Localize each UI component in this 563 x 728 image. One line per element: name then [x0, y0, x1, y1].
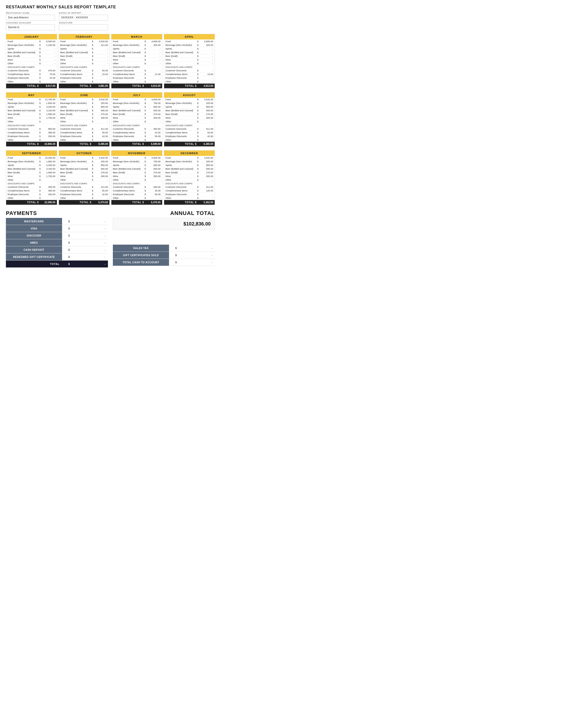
payment-row: MASTERCARD $ -	[6, 218, 108, 225]
month-block-may: MAYFood$12,755.00Beverage (Non-Alcoholic…	[6, 92, 57, 147]
month-row-food: Food$4,600.00	[164, 39, 215, 43]
month-row-beverage: Beverage (Non-Alcoholic)$325.00	[164, 160, 215, 163]
month-row-other_discounts: Other$-	[111, 80, 162, 84]
annual-value: $102,836.00	[113, 218, 215, 230]
summary-dollar: $	[169, 245, 179, 252]
summary-dollar: $	[169, 251, 179, 259]
payments-total-row: TOTAL $ -	[6, 260, 108, 267]
month-total-row: TOTAL$6,376.00	[111, 200, 162, 205]
summary-row: GIFT CERTIFICATES SOLD $ -	[113, 251, 215, 259]
month-row-other_discounts: Other$-	[59, 138, 110, 142]
month-header-october: OCTOBER	[59, 151, 110, 156]
month-row-beverage: Beverage (Non-Alcoholic)$1,850.00	[6, 160, 57, 163]
month-row-beer_bottled: Beer (Bottled and Canned)$500.00	[111, 167, 162, 171]
month-row-beer_draft: Beer (Draft)$-	[59, 54, 110, 58]
month-row-spirits: Spirits$850.00	[164, 163, 215, 167]
month-row-wine: Wine$1,750.00	[6, 116, 57, 120]
month-row-wine: Wine$300.00	[59, 174, 110, 178]
month-row-spirits: Spirits$-	[6, 47, 57, 50]
month-row-employee_discounts: Employee Discounts$42.00	[59, 134, 110, 138]
month-row-beer_bottled: Beer (Bottled and Canned)$500.00	[164, 167, 215, 171]
summary-dollar: $	[169, 259, 179, 266]
discounts-header: DISCOUNTS AND COMPS	[6, 65, 57, 69]
summary-value: -	[179, 251, 215, 259]
month-header-december: DECEMBER	[164, 151, 215, 156]
month-header-september: SEPTEMBER	[6, 151, 57, 156]
month-row-beer_bottled: Beer (Bottled and Canned)$-	[6, 50, 57, 54]
month-row-wine: Wine$-	[164, 58, 215, 62]
month-row-other_discounts: Other$-	[164, 138, 215, 142]
month-row-food: Food$3,520.00	[59, 39, 110, 43]
month-row-complimentary: Complimentary Items$75.00	[6, 73, 57, 76]
month-block-april: APRILFood$4,600.00Beverage (Non-Alcoholi…	[164, 34, 215, 89]
month-row-beverage: Beverage (Non-Alcoholic)$1,100.00	[6, 43, 57, 47]
payments-table: MASTERCARD $ - VISA $ - DISCOVER $ - AME…	[6, 218, 108, 268]
discounts-header: DISCOUNTS AND COMPS	[164, 65, 215, 69]
month-row-beer_bottled: Beer (Bottled and Canned)$-	[111, 50, 162, 54]
payment-value: -	[72, 239, 108, 246]
month-total-row: TOTAL$5,362.00	[164, 200, 215, 205]
month-row-wine: Wine$1,750.00	[6, 174, 57, 178]
month-total-row: TOTAL$8,385.00	[59, 142, 110, 147]
month-row-other: Other$-	[59, 178, 110, 182]
discounts-header: DISCOUNTS AND COMPS	[59, 65, 110, 69]
month-block-june: JUNEFood$3,542.00Beverage (Non-Alcoholic…	[59, 92, 110, 147]
summary-label: TOTAL CASH TO ACCOUNT	[113, 259, 169, 266]
payments-title: PAYMENTS	[6, 210, 108, 216]
month-header-august: AUGUST	[164, 92, 215, 98]
month-row-beer_bottled: Beer (Bottled and Canned)$500.00	[111, 109, 162, 113]
month-row-beverage: Beverage (Non-Alcoholic)$325.00	[164, 43, 215, 47]
payment-value: -	[72, 246, 108, 253]
month-row-complimentary: Complimentary Items$13.00	[164, 73, 215, 76]
payment-dollar: $	[62, 225, 72, 232]
month-row-other_discounts: Other$-	[111, 138, 162, 142]
payment-dollar: $	[62, 232, 72, 239]
discounts-header: DISCOUNTS AND COMPS	[111, 124, 162, 127]
month-row-customer_discounts: Customer Discounts$450.00	[111, 127, 162, 131]
month-block-august: AUGUSTFood$3,542.00Beverage (Non-Alcohol…	[164, 92, 215, 147]
month-row-beer_draft: Beer (Draft)$276.00	[111, 171, 162, 174]
month-row-customer_discounts: Customer Discounts$-	[164, 69, 215, 73]
month-row-beer_bottled: Beer (Bottled and Canned)$500.00	[59, 167, 110, 171]
month-row-food: Food$3,542.00	[164, 156, 215, 160]
month-row-employee_discounts: Employee Discounts$32.00	[6, 76, 57, 80]
month-row-other: Other$-	[6, 120, 57, 124]
discounts-header: DISCOUNTS AND COMPS	[59, 182, 110, 185]
month-row-beer_bottled: Beer (Bottled and Canned)$500.00	[164, 109, 215, 113]
month-row-spirits: Spirits$-	[59, 47, 110, 50]
month-row-employee_discounts: Employee Discounts$-	[164, 193, 215, 196]
discounts-header: DISCOUNTS AND COMPS	[6, 124, 57, 127]
month-row-beer_draft: Beer (Draft)$276.00	[59, 171, 110, 174]
month-row-beer_bottled: Beer (Bottled and Canned)$500.00	[59, 109, 110, 113]
month-row-spirits: Spirits$850.00	[59, 163, 110, 167]
discounts-header: DISCOUNTS AND COMPS	[164, 182, 215, 185]
month-row-spirits: Spirits$650.00	[111, 163, 162, 167]
month-row-customer_discounts: Customer Discounts$-	[111, 69, 162, 73]
month-row-beer_draft: Beer (Draft)$-	[6, 54, 57, 58]
month-row-wine: Wine$-	[111, 58, 162, 62]
discounts-header: DISCOUNTS AND COMPS	[111, 65, 162, 69]
month-row-other_discounts: Other$-	[59, 80, 110, 84]
month-row-food: Food$3,542.00	[164, 98, 215, 101]
month-row-employee_discounts: Employee Discounts$42.00	[59, 193, 110, 196]
month-row-customer_discounts: Customer Discounts$311.00	[164, 185, 215, 189]
month-row-beer_bottled: Beer (Bottled and Canned)$3,150.00	[6, 109, 57, 113]
month-total-row: TOTAL$9,017.00	[6, 84, 57, 88]
month-row-beer_draft: Beer (Draft)$-	[164, 54, 215, 58]
month-total-row: TOTAL$4,913.00	[164, 84, 215, 88]
month-row-wine: Wine$300.00	[59, 116, 110, 120]
summary-label: GIFT CERTIFICATES SOLD	[113, 251, 169, 259]
month-block-september: SEPTEMBERFood$10,456.00Beverage (Non-Alc…	[6, 150, 57, 205]
month-row-food: Food$3,542.00	[59, 98, 110, 101]
month-row-other: Other$-	[111, 178, 162, 182]
month-block-october: OCTOBERFood$3,542.00Beverage (Non-Alcoho…	[59, 150, 110, 205]
payment-label: DISCOVER	[6, 232, 62, 239]
month-row-other: Other$-	[6, 62, 57, 65]
month-row-wine: Wine$-	[59, 58, 110, 62]
payments-total-label: TOTAL	[6, 260, 62, 267]
month-header-may: MAY	[6, 92, 57, 98]
month-row-beer_draft: Beer (Draft)$1,585.00	[6, 171, 57, 174]
month-row-complimentary: Complimentary Items$385.00	[6, 189, 57, 193]
month-row-other_discounts: Other$-	[111, 196, 162, 200]
payment-dollar: $	[62, 246, 72, 253]
